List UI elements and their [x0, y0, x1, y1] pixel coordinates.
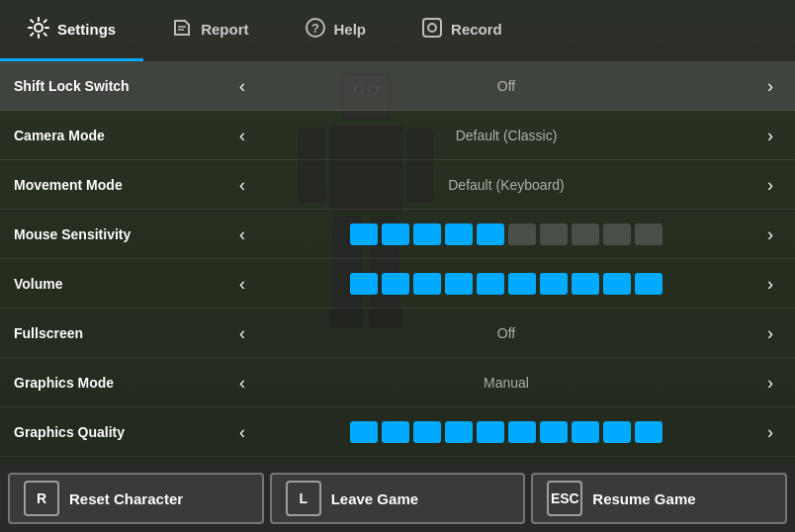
slider-dot-2: [413, 223, 441, 245]
arrow-left-shift-lock[interactable]: ‹: [231, 73, 253, 99]
arrow-right-mouse-sensitivity[interactable]: ›: [759, 222, 781, 247]
slider-dot-8: [603, 421, 631, 443]
key-badge-reset: R: [24, 481, 59, 516]
help-label: Help: [334, 21, 367, 38]
setting-control-camera-mode: ‹Default (Classic)›: [231, 123, 781, 148]
setting-row-movement-mode: Movement Mode‹Default (Keyboard)›: [0, 160, 795, 210]
nav-tab-settings[interactable]: Settings: [0, 0, 143, 61]
arrow-left-movement-mode[interactable]: ‹: [231, 172, 253, 198]
slider-dot-0: [350, 223, 378, 245]
setting-label-volume: Volume: [14, 276, 231, 292]
slider-dot-0: [350, 421, 378, 443]
svg-point-13: [35, 24, 43, 32]
action-btn-resume[interactable]: ESCResume Game: [531, 473, 787, 524]
slider-dot-4: [477, 273, 504, 295]
setting-row-graphics-mode: Graphics Mode‹Manual›: [0, 358, 795, 407]
slider-dot-6: [540, 273, 568, 295]
setting-label-movement-mode: Movement Mode: [14, 177, 231, 193]
setting-row-shift-lock: Shift Lock Switch‹Off›: [0, 61, 795, 111]
arrow-left-mouse-sensitivity[interactable]: ‹: [231, 222, 253, 247]
setting-label-fullscreen: Fullscreen: [14, 325, 231, 341]
arrow-right-graphics-mode[interactable]: ›: [759, 370, 781, 396]
slider-dot-1: [382, 223, 409, 245]
setting-control-volume: ‹›: [231, 271, 781, 297]
setting-value-movement-mode: Default (Keyboard): [253, 177, 759, 193]
slider-dot-5: [508, 421, 536, 443]
arrow-left-graphics-mode[interactable]: ‹: [231, 370, 253, 396]
setting-row-graphics-quality: Graphics Quality‹›: [0, 407, 795, 457]
arrow-right-movement-mode[interactable]: ›: [759, 172, 781, 198]
arrow-left-fullscreen[interactable]: ‹: [231, 320, 253, 346]
slider-dot-8: [603, 273, 631, 295]
slider-dot-1: [382, 273, 409, 295]
action-label-leave: Leave Game: [331, 490, 418, 507]
arrow-right-volume[interactable]: ›: [759, 271, 781, 297]
record-label: Record: [451, 21, 502, 38]
action-label-reset: Reset Character: [69, 490, 183, 507]
setting-row-volume: Volume‹›: [0, 259, 795, 309]
setting-control-shift-lock: ‹Off›: [231, 73, 781, 99]
slider-dot-4: [477, 421, 504, 443]
slider-dot-2: [413, 273, 441, 295]
slider-dot-4: [477, 223, 504, 245]
setting-row-camera-mode: Camera Mode‹Default (Classic)›: [0, 111, 795, 160]
action-btn-reset[interactable]: RReset Character: [8, 473, 264, 524]
action-btn-leave[interactable]: LLeave Game: [270, 473, 526, 524]
slider-dot-0: [350, 273, 378, 295]
settings-icon: [28, 17, 49, 42]
slider-dot-7: [572, 223, 599, 245]
nav-tab-report[interactable]: Report: [143, 0, 276, 61]
setting-label-mouse-sensitivity: Mouse Sensitivity: [14, 226, 231, 242]
arrow-left-camera-mode[interactable]: ‹: [231, 123, 253, 148]
top-nav: SettingsReport?HelpRecord: [0, 0, 795, 61]
slider-mouse-sensitivity[interactable]: [253, 223, 759, 245]
slider-graphics-quality[interactable]: [253, 421, 759, 443]
bottom-bar: RReset CharacterLLeave GameESCResume Gam…: [0, 465, 795, 532]
setting-value-graphics-mode: Manual: [253, 375, 759, 391]
arrow-left-volume[interactable]: ‹: [231, 271, 253, 297]
setting-row-fullscreen: Fullscreen‹Off›: [0, 309, 795, 358]
svg-point-19: [428, 24, 436, 32]
slider-dot-7: [572, 273, 599, 295]
slider-dot-3: [445, 421, 473, 443]
arrow-right-camera-mode[interactable]: ›: [759, 123, 781, 148]
slider-dot-1: [382, 421, 409, 443]
arrow-right-fullscreen[interactable]: ›: [759, 320, 781, 346]
key-badge-resume: ESC: [547, 481, 582, 516]
slider-dot-9: [635, 223, 662, 245]
slider-volume[interactable]: [253, 273, 759, 295]
slider-dot-5: [508, 223, 536, 245]
setting-control-fullscreen: ‹Off›: [231, 320, 781, 346]
slider-dot-9: [635, 421, 662, 443]
key-badge-leave: L: [286, 481, 321, 516]
record-icon: [421, 17, 443, 42]
slider-dot-6: [540, 421, 568, 443]
slider-dot-3: [445, 223, 473, 245]
setting-value-camera-mode: Default (Classic): [253, 128, 759, 143]
arrow-right-shift-lock[interactable]: ›: [759, 73, 781, 99]
slider-dot-9: [635, 273, 662, 295]
setting-row-mouse-sensitivity: Mouse Sensitivity‹›: [0, 210, 795, 259]
setting-value-fullscreen: Off: [253, 325, 759, 341]
slider-dot-5: [508, 273, 536, 295]
help-icon: ?: [305, 17, 326, 42]
setting-control-graphics-mode: ‹Manual›: [231, 370, 781, 396]
settings-content: Shift Lock Switch‹Off›Camera Mode‹Defaul…: [0, 61, 795, 465]
slider-dot-2: [413, 421, 441, 443]
svg-rect-18: [423, 19, 441, 37]
setting-control-mouse-sensitivity: ‹›: [231, 222, 781, 247]
slider-dot-3: [445, 273, 473, 295]
slider-dot-8: [603, 223, 631, 245]
settings-panel: SettingsReport?HelpRecord Shift Lock Swi…: [0, 0, 795, 532]
action-label-resume: Resume Game: [592, 490, 695, 507]
slider-dot-6: [540, 223, 568, 245]
arrow-left-graphics-quality[interactable]: ‹: [231, 419, 253, 445]
nav-tab-help[interactable]: ?Help: [277, 0, 395, 61]
slider-dot-7: [572, 421, 599, 443]
setting-value-shift-lock: Off: [253, 78, 759, 94]
report-icon: [171, 17, 193, 42]
nav-tab-record[interactable]: Record: [394, 0, 530, 61]
setting-label-graphics-mode: Graphics Mode: [14, 375, 231, 391]
report-label: Report: [201, 21, 248, 38]
arrow-right-graphics-quality[interactable]: ›: [759, 419, 781, 445]
